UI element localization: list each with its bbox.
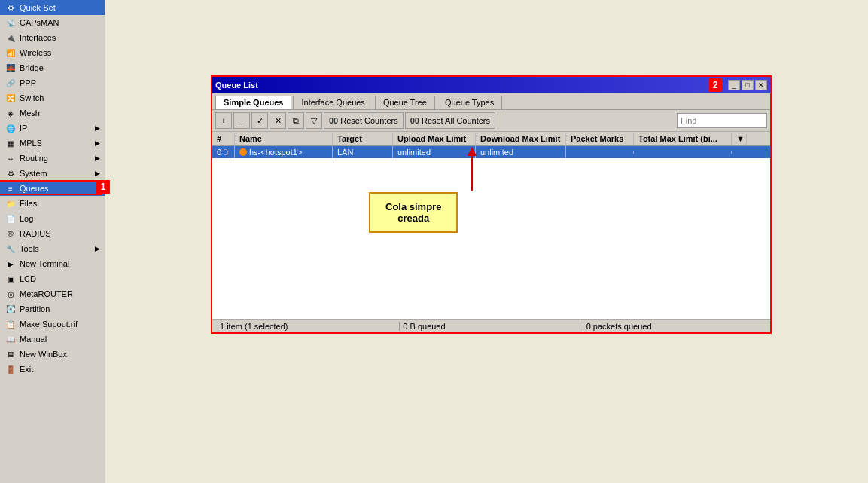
sidebar-item-interfaces[interactable]: 🔌 Interfaces [0, 30, 105, 45]
maximize-button[interactable]: □ [742, 80, 754, 90]
sidebar-item-system[interactable]: ⚙ System ▶ [0, 166, 105, 181]
remove-button[interactable]: − [233, 112, 250, 129]
callout-box: Cola simprecreada [369, 192, 458, 233]
radius-icon: ® [5, 228, 17, 240]
system-icon: ⚙ [5, 167, 17, 179]
sidebar-item-mesh[interactable]: ◈ Mesh [0, 105, 105, 121]
sidebar-item-make-supout[interactable]: 📋 Make Supout.rif [0, 316, 105, 332]
copy-button[interactable]: ⧉ [288, 112, 304, 129]
sidebar-item-routing[interactable]: ↔ Routing ▶ [0, 151, 105, 166]
sidebar-item-partition[interactable]: 💽 Partition [0, 301, 105, 316]
sidebar-item-new-terminal[interactable]: ▶ New Terminal [0, 256, 105, 271]
col-header-more[interactable]: ▼ [732, 133, 747, 145]
tab-simple-queues[interactable]: Simple Queues [215, 96, 291, 109]
sidebar-item-tools[interactable]: 🔧 Tools ▶ [0, 241, 105, 256]
tools-arrow: ▶ [95, 245, 100, 252]
col-header-num: # [212, 133, 235, 145]
quick-set-icon: ⚙ [5, 2, 17, 14]
callout-text: Cola simprecreada [385, 201, 441, 224]
table-body: 0 D hs-<hotspot1> LAN unlimited unlimite… [212, 146, 770, 319]
col-header-total: Total Max Limit (bi... [634, 133, 732, 145]
find-input[interactable] [677, 113, 767, 128]
wireless-icon: 📶 [5, 47, 17, 59]
make-supout-icon: 📋 [5, 318, 17, 330]
tools-icon: 🔧 [5, 243, 17, 255]
sidebar-item-ppp[interactable]: 🔗 PPP [0, 75, 105, 90]
sidebar: ⚙ Quick Set 📡 CAPsMAN 🔌 Interfaces 📶 Wir… [0, 0, 105, 483]
col-header-download: Download Max Limit [476, 133, 566, 145]
col-header-marks: Packet Marks [566, 133, 634, 145]
sidebar-item-radius[interactable]: ® RADIUS [0, 226, 105, 241]
cell-name: hs-<hotspot1> [235, 146, 333, 158]
exit-icon: 🚪 [5, 363, 17, 375]
sidebar-item-quick-set[interactable]: ⚙ Quick Set [0, 0, 105, 15]
cell-download: unlimited [476, 146, 566, 158]
mpls-icon: ▦ [5, 137, 17, 149]
queue-window: Queue List 2 _ □ ✕ Simple Queues Interfa… [211, 75, 772, 334]
reset-counters-button[interactable]: 00 Reset Counters [324, 112, 404, 129]
callout-arrow [464, 147, 480, 194]
capsman-icon: 📡 [5, 17, 17, 29]
sidebar-item-ip[interactable]: 🌐 IP ▶ [0, 121, 105, 136]
partition-icon: 💽 [5, 303, 17, 315]
bridge-icon: 🌉 [5, 62, 17, 74]
log-icon: 📄 [5, 212, 17, 225]
window-title: Queue List [215, 81, 708, 90]
files-icon: 📁 [5, 197, 17, 209]
cross-button[interactable]: ✕ [270, 112, 286, 129]
manual-icon: 📖 [5, 333, 17, 345]
sidebar-item-metarouter[interactable]: ◎ MetaROUTER [0, 286, 105, 301]
lcd-icon: ▣ [5, 273, 17, 285]
status-packets-queued: 0 packets queued [583, 322, 766, 331]
annotation-badge-2: 2 [708, 78, 722, 92]
status-items-count: 1 item (1 selected) [217, 322, 400, 331]
ip-arrow: ▶ [95, 124, 100, 132]
svg-marker-1 [468, 147, 477, 156]
interfaces-icon: 🔌 [5, 32, 17, 44]
tabs-bar: Simple Queues Interface Queues Queue Tre… [212, 93, 770, 110]
queues-icon: ≡ [5, 182, 17, 194]
toolbar: + − ✓ ✕ ⧉ ▽ 00 Reset Counters 00 Reset A… [212, 110, 770, 132]
tab-interface-queues[interactable]: Interface Queues [293, 96, 373, 109]
table-row[interactable]: 0 D hs-<hotspot1> LAN unlimited unlimite… [212, 146, 770, 158]
sidebar-item-log[interactable]: 📄 Log [0, 211, 105, 226]
sidebar-item-switch[interactable]: 🔀 Switch [0, 90, 105, 105]
sidebar-item-capsman[interactable]: 📡 CAPsMAN [0, 15, 105, 30]
cell-total [634, 151, 732, 154]
switch-icon: 🔀 [5, 92, 17, 104]
status-bar: 1 item (1 selected) 0 B queued 0 packets… [212, 319, 770, 332]
annotation-badge-1: 1 [96, 180, 110, 194]
col-header-name: Name [235, 133, 333, 145]
sidebar-item-files[interactable]: 📁 Files [0, 196, 105, 211]
add-button[interactable]: + [215, 112, 232, 129]
cell-upload: unlimited [393, 146, 476, 158]
new-winbox-icon: 🖥 [5, 348, 17, 360]
sidebar-item-wireless[interactable]: 📶 Wireless [0, 45, 105, 60]
sidebar-item-new-winbox[interactable]: 🖥 New WinBox [0, 347, 105, 362]
cell-num: 0 D [212, 146, 235, 158]
sidebar-item-bridge[interactable]: 🌉 Bridge [0, 60, 105, 75]
mesh-icon: ◈ [5, 107, 17, 119]
sidebar-item-mpls[interactable]: ▦ MPLS ▶ [0, 136, 105, 151]
check-button[interactable]: ✓ [251, 112, 268, 129]
tab-queue-types[interactable]: Queue Types [437, 96, 502, 109]
metarouter-icon: ◎ [5, 288, 17, 300]
ppp-icon: 🔗 [5, 77, 17, 89]
ip-icon: 🌐 [5, 122, 17, 134]
minimize-button[interactable]: _ [728, 80, 740, 90]
sidebar-item-lcd[interactable]: ▣ LCD [0, 271, 105, 286]
routing-icon: ↔ [5, 152, 17, 164]
status-bytes-queued: 0 B queued [400, 322, 583, 331]
sidebar-item-manual[interactable]: 📖 Manual [0, 332, 105, 347]
close-button[interactable]: ✕ [755, 80, 767, 90]
sidebar-item-queues[interactable]: ≡ Queues [0, 181, 105, 196]
title-bar: Queue List 2 _ □ ✕ [212, 77, 770, 93]
routing-arrow: ▶ [95, 154, 100, 162]
new-terminal-icon: ▶ [5, 258, 17, 270]
sidebar-item-exit[interactable]: 🚪 Exit [0, 362, 105, 377]
table-header: # Name Target Upload Max Limit Download … [212, 132, 770, 146]
filter-button[interactable]: ▽ [306, 112, 322, 129]
tab-queue-tree[interactable]: Queue Tree [375, 96, 435, 109]
cell-target: LAN [333, 146, 393, 158]
reset-all-counters-button[interactable]: 00 Reset All Counters [405, 112, 495, 129]
